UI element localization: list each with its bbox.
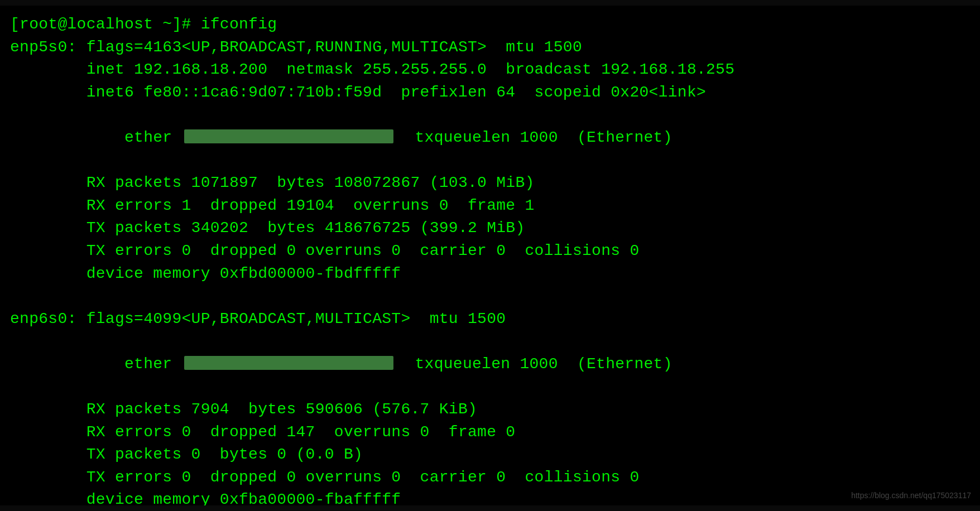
enp6s0-tx-errors-line: TX errors 0 dropped 0 overruns 0 carrier…: [10, 466, 970, 489]
enp6s0-rx-errors-line: RX errors 0 dropped 147 overruns 0 frame…: [10, 421, 970, 444]
ether-suffix-2: txqueuelen 1000 (Ethernet): [396, 355, 672, 373]
enp5s0-inet6-line: inet6 fe80::1ca6:9d07:710b:f59d prefixle…: [10, 81, 970, 104]
enp5s0-tx-errors-line: TX errors 0 dropped 0 overruns 0 carrier…: [10, 240, 970, 263]
mac-redacted-2: [184, 356, 394, 370]
ether-prefix-2: ether: [48, 355, 181, 373]
enp5s0-header-line: enp5s0: flags=4163<UP,BROADCAST,RUNNING,…: [10, 36, 970, 59]
enp5s0-ether-line: ether txqueuelen 1000 (Ethernet): [10, 104, 970, 172]
enp5s0-tx-packets-line: TX packets 340202 bytes 418676725 (399.2…: [10, 217, 970, 240]
terminal-window: [root@localhost ~]# ifconfig enp5s0: fla…: [0, 6, 980, 505]
watermark: https://blog.csdn.net/qq175023117: [851, 491, 971, 500]
enp6s0-rx-packets-line: RX packets 7904 bytes 590606 (576.7 KiB): [10, 398, 970, 421]
enp6s0-header-line: enp6s0: flags=4099<UP,BROADCAST,MULTICAS…: [10, 308, 970, 331]
mac-redacted-1: [184, 129, 394, 143]
blank-line-1: [10, 285, 970, 308]
enp5s0-rx-packets-line: RX packets 1071897 bytes 108072867 (103.…: [10, 172, 970, 195]
enp6s0-device-line: device memory 0xfba00000-fbafffff: [10, 489, 970, 505]
enp6s0-tx-packets-line: TX packets 0 bytes 0 (0.0 B): [10, 443, 970, 466]
ether-prefix-1: ether: [48, 129, 181, 146]
ether-suffix-1: txqueuelen 1000 (Ethernet): [396, 129, 672, 146]
enp5s0-device-line: device memory 0xfbd00000-fbdfffff: [10, 263, 970, 286]
enp5s0-inet-line: inet 192.168.18.200 netmask 255.255.255.…: [10, 59, 970, 81]
enp6s0-ether-line: ether txqueuelen 1000 (Ethernet): [10, 330, 970, 398]
enp5s0-rx-errors-line: RX errors 1 dropped 19104 overruns 0 fra…: [10, 195, 970, 218]
prompt-line: [root@localhost ~]# ifconfig: [10, 13, 970, 36]
